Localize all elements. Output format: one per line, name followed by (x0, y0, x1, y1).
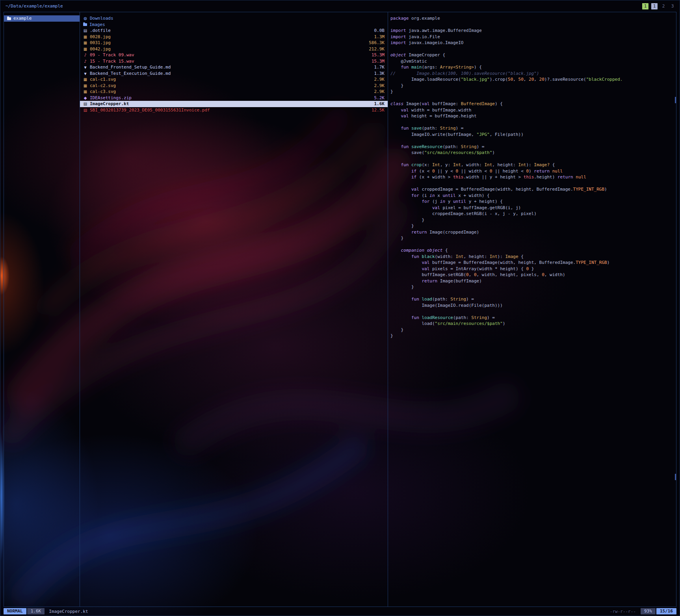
parent-pane[interactable]: example (4, 12, 80, 607)
tab-bar: 1123 (639, 3, 676, 9)
folder-icon (83, 23, 87, 26)
file-list-scrollbar[interactable] (675, 474, 676, 480)
status-bar: NORMAL 1.6K ImageCropper.kt -rw-r--r-- 9… (0, 607, 680, 616)
file-size: 12.5K (372, 108, 385, 113)
code-line: fun black(width: Int, height: Int): Imag… (390, 254, 676, 260)
file-icon (83, 28, 87, 33)
code-line: croppedImage.setRGB(i - x, j - y, pixel) (390, 211, 676, 217)
file-size: 2.9K (374, 89, 385, 94)
code-line (390, 46, 676, 52)
file-list-pane[interactable]: DownloadsImages.dotfile0.0B0028.jpg1.3M0… (80, 12, 388, 607)
preview-scrollbar[interactable] (675, 97, 676, 103)
parent-dir-label: example (13, 16, 32, 21)
file-row[interactable]: Backend_Test_Execution_Guide.md1.3K (80, 71, 388, 77)
file-row[interactable]: 15 - Track 15.wav15.3M (80, 58, 388, 65)
code-line (390, 290, 676, 297)
pdf-icon (83, 108, 87, 112)
code-line (390, 119, 676, 126)
file-size: 15.3M (372, 52, 385, 58)
file-name: Images (89, 22, 105, 27)
code-line (390, 180, 676, 187)
code-line: ImageIO.write(buffImage, "JPG", File(pat… (390, 132, 676, 138)
tab-1[interactable]: 1 (642, 3, 648, 9)
code-icon (83, 102, 87, 106)
file-row[interactable]: Images (80, 22, 388, 28)
code-line: fun saveResource(path: String) = (390, 144, 676, 150)
file-size: 212.9K (369, 46, 385, 52)
file-name: 09 - Track 09.wav (90, 52, 134, 58)
code-line: } (390, 223, 676, 229)
file-row[interactable]: ImageCropper.kt1.6K (80, 101, 388, 107)
file-row[interactable]: 0031.jpg586.3K (80, 40, 388, 46)
file-size: 1.3M (374, 34, 385, 39)
tab-2[interactable]: 2 (660, 3, 667, 9)
panes-container: example DownloadsImages.dotfile0.0B0028.… (4, 12, 676, 607)
file-name: cal-c1.svg (90, 77, 116, 82)
file-row[interactable]: cal-c1.svg2.9K (80, 76, 388, 83)
code-line: val height = buffImage.height (390, 113, 676, 119)
file-name: ImageCropper.kt (90, 101, 129, 106)
file-name: .dotfile (90, 28, 111, 33)
code-line: fun load(path: String) = (390, 296, 676, 302)
file-name: cal-c3.svg (90, 89, 116, 94)
file-name: 0031.jpg (90, 40, 111, 45)
code-line: } (390, 284, 676, 290)
file-row[interactable]: .dotfile0.0B (80, 28, 388, 34)
file-name: Backend_Test_Execution_Guide.md (90, 71, 171, 76)
code-line: fun main(args: Array<String>) { (390, 64, 676, 71)
file-size: 0.0B (374, 28, 385, 33)
code-line: package org.example (390, 15, 676, 22)
code-line: } (390, 217, 676, 223)
file-row[interactable]: 0028.jpg1.3M (80, 34, 388, 40)
code-line: class Image(val buffImage: BufferedImage… (390, 101, 676, 107)
file-row[interactable]: cal-c2.svg2.9K (80, 83, 388, 89)
code-preview: package org.example import java.awt.imag… (390, 15, 676, 339)
file-size: 1.7K (374, 65, 385, 70)
code-line: } (390, 83, 676, 89)
file-row[interactable]: 0042.jpg212.9K (80, 46, 388, 52)
code-line: Image.loadResource("black.jpg").crop(50,… (390, 76, 676, 83)
file-size: 5.2K (374, 95, 385, 100)
folder-icon (7, 17, 11, 20)
file-name: Backend_Frontend_Setup_Guide.md (90, 65, 171, 70)
file-size-badge: 1.6K (27, 608, 45, 614)
file-row[interactable]: IDEAsettings.zip5.2K (80, 95, 388, 101)
preview-pane[interactable]: package org.example import java.awt.imag… (388, 12, 676, 607)
tab-3[interactable]: 3 (669, 3, 676, 9)
code-line: fun save(path: String) = (390, 125, 676, 132)
code-line (390, 22, 676, 28)
audio-icon (83, 59, 87, 63)
status-file-name: ImageCropper.kt (49, 609, 88, 614)
code-line: } (390, 89, 676, 95)
code-line: val pixels = IntArray(width * height) { … (390, 266, 676, 272)
status-right: -rw-r--r-- 93% 15/16 (610, 608, 676, 614)
parent-dir-item[interactable]: example (4, 15, 80, 22)
mode-badge: NORMAL (4, 608, 26, 614)
code-line: val width = buffImage.width (390, 107, 676, 113)
file-row[interactable]: Downloads (80, 15, 388, 22)
code-line: import java.io.File (390, 34, 676, 40)
code-line (390, 137, 676, 144)
file-size: 1.6K (374, 101, 385, 106)
file-row[interactable]: Backend_Frontend_Setup_Guide.md1.7K (80, 64, 388, 71)
file-size: 1.3K (374, 71, 385, 76)
code-line: save("src/main/resources/$path") (390, 150, 676, 156)
image-icon (83, 89, 87, 94)
code-line: // Image.black(100, 100).saveResource("b… (390, 71, 676, 77)
file-row[interactable]: SBI_0032013739_2023_DE05_0003155631Invoi… (80, 107, 388, 113)
code-line: } (390, 327, 676, 333)
code-line: return Image(buffImage) (390, 278, 676, 284)
archive-icon (83, 96, 87, 100)
code-line (390, 95, 676, 101)
file-row[interactable]: 09 - Track 09.wav15.3M (80, 52, 388, 58)
file-row[interactable]: cal-c3.svg2.9K (80, 89, 388, 95)
code-line: val pixel = buffImage.getRGB(i, j) (390, 205, 676, 211)
scroll-percent-badge: 93% (641, 608, 656, 614)
code-line: for (i in x until x + width) { (390, 193, 676, 199)
file-size: 15.3M (372, 59, 385, 64)
file-size: 586.3K (369, 40, 385, 45)
code-line: if (x < 0 || y < 0 || width < 0 || heigh… (390, 168, 676, 174)
file-size: 2.9K (374, 77, 385, 82)
file-name: 15 - Track 15.wav (90, 59, 134, 64)
tab-1[interactable]: 1 (651, 3, 658, 9)
